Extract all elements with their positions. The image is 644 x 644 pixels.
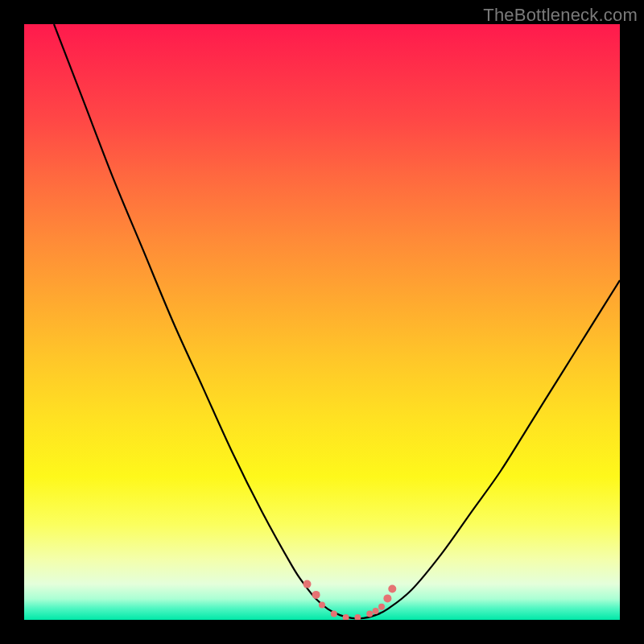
marker-point	[312, 591, 320, 599]
marker-point	[331, 611, 337, 617]
marker-point	[319, 602, 325, 609]
marker-point	[303, 580, 312, 588]
marker-point	[366, 611, 373, 617]
bottleneck-curve	[54, 24, 620, 618]
watermark-text: TheBottleneck.com	[483, 5, 638, 26]
marker-point	[343, 614, 349, 620]
marker-point	[373, 608, 379, 614]
marker-point	[388, 585, 396, 593]
marker-point	[378, 604, 385, 610]
marker-point	[383, 594, 391, 602]
marker-point	[354, 614, 361, 620]
curve-layer	[24, 24, 620, 620]
plot-area	[24, 24, 620, 620]
outer-frame: TheBottleneck.com	[0, 0, 644, 644]
